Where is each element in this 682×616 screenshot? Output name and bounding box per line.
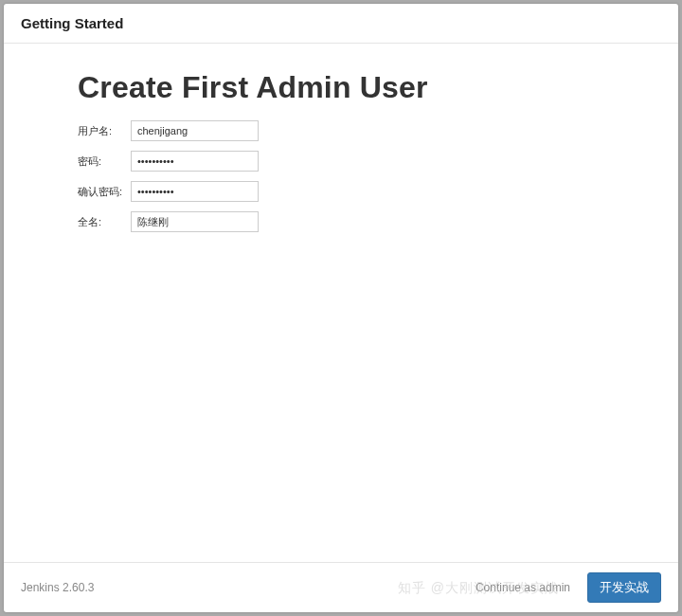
setup-wizard-modal: Getting Started Create First Admin User …	[4, 4, 678, 612]
fullname-label: 全名:	[78, 215, 131, 229]
fullname-input[interactable]	[131, 211, 259, 232]
username-label: 用户名:	[78, 124, 131, 138]
form-row-confirm: 确认密码:	[78, 181, 621, 202]
confirm-password-label: 确认密码:	[78, 185, 131, 199]
modal-footer: Jenkins 2.60.3 Continue as admin 开发实战	[4, 562, 678, 612]
modal-header: Getting Started	[4, 4, 678, 44]
page-title: Create First Admin User	[78, 70, 621, 105]
confirm-password-input[interactable]	[131, 181, 259, 202]
jenkins-version: Jenkins 2.60.3	[21, 581, 94, 594]
password-input[interactable]	[131, 151, 259, 172]
form-row-password: 密码:	[78, 151, 621, 172]
form-row-username: 用户名:	[78, 120, 621, 141]
password-label: 密码:	[78, 154, 131, 169]
username-input[interactable]	[131, 120, 259, 141]
footer-actions: Continue as admin 开发实战	[468, 572, 661, 603]
modal-body: Create First Admin User 用户名: 密码: 确认密码: 全…	[4, 44, 678, 562]
form-row-fullname: 全名:	[78, 211, 621, 232]
save-and-finish-button[interactable]: 开发实战	[587, 572, 661, 603]
modal-title: Getting Started	[21, 15, 123, 31]
continue-as-admin-button[interactable]: Continue as admin	[468, 577, 578, 598]
